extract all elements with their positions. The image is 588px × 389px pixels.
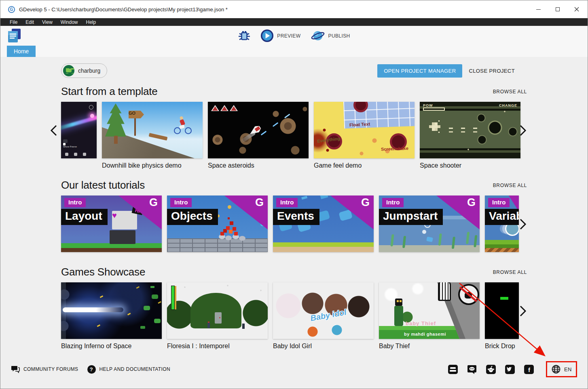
debugger-button[interactable] [238,29,251,42]
template-caption: Downhill bike physics demo [102,162,203,169]
publish-label: PUBLISH [328,33,350,39]
game-thumbnail: Baby idol [273,282,374,339]
youtube-icon[interactable] [448,365,458,374]
browse-all-showcase[interactable]: BROWSE ALL [493,269,527,275]
template-caption: Space asteroids [208,162,309,169]
user-profile-chip[interactable]: charburg [61,63,107,78]
tutorial-card-variables[interactable]: +1 Intro Variables [485,196,519,252]
template-card-space-shooter[interactable]: POW CHANGE Space shooter [420,102,520,169]
life-icon [230,105,238,111]
fish-art [426,237,433,242]
twitter-icon[interactable] [505,365,515,374]
section-title: Games Showcase [61,266,145,278]
chevron-right-icon[interactable] [518,218,528,230]
tab-home[interactable]: Home [7,46,36,57]
mini-button-art [63,139,68,143]
toolbar: PREVIEW PUBLISH [0,26,588,46]
section-title: Start from a template [61,85,158,98]
reddit-icon[interactable] [486,365,496,374]
game-thumbnail: baby Thief by mahdi ghasemi [379,282,480,339]
template-card-particle-demo[interactable]: Show Frame [61,102,97,169]
template-thumbnail: GO [102,102,203,158]
browse-all-tutorials[interactable]: BROWSE ALL [493,183,527,188]
template-thumbnail: POW CHANGE [420,102,520,158]
menu-edit[interactable]: Edit [21,18,38,26]
section-games-showcase: Games Showcase BROWSE ALL Blazing Infern… [61,266,527,350]
community-forums-link[interactable]: COMMUNITY FORUMS [11,365,78,373]
tutorial-card-events[interactable]: G Intro Events [273,196,374,252]
gdevelop-logo-icon: G [255,196,264,209]
section-templates: Start from a template BROWSE ALL Show Fr… [61,85,527,169]
svg-text:G: G [10,7,13,12]
chevron-right-icon[interactable] [518,305,528,317]
tutorial-title: Objects [167,209,218,225]
menu-help[interactable]: Help [82,18,100,26]
template-card-space-asteroids[interactable]: Space asteroids [208,102,309,169]
life-icon [211,105,219,111]
change-label: CHANGE [499,103,517,107]
info-icon [89,105,93,109]
template-thumbnail [208,102,309,158]
menu-window[interactable]: Window [57,18,82,26]
menu-view[interactable]: View [38,18,57,26]
intro-badge: Intro [170,198,192,207]
menu-file[interactable]: File [6,18,21,26]
gdevelop-logo-icon: G [8,6,15,13]
stones-art [219,234,225,239]
intro-badge: Intro [64,198,86,207]
game-caption: Blazing Inferno of Space [61,343,162,350]
cyclist-art [174,119,192,134]
shots-art [100,295,103,298]
pow-label: POW [423,103,445,107]
bullets-art [449,128,453,129]
tutorial-thumbnail: G Intro Jumpstart [379,196,480,252]
game-caption: Baby Idol Girl [273,343,374,350]
maximize-button[interactable] [548,0,567,18]
language-selector[interactable]: EN [551,364,572,374]
tutorial-card-objects[interactable]: G Intro Objects [167,196,268,252]
play-icon [260,29,274,42]
facebook-icon[interactable]: f [524,365,534,374]
template-thumbnail: Float Text Everything Screenshake [314,102,415,158]
showcase-card-baby-thief[interactable]: baby Thief by mahdi ghasemi Baby Thief [379,282,480,350]
browse-all-templates[interactable]: BROWSE ALL [493,89,527,95]
section-title: Our latest tutorials [61,179,145,191]
screenshake-label: Screenshake [381,146,408,151]
app-window: G GDevelop 5 - C:\Users\charburg\Documen… [0,0,588,389]
preview-button[interactable]: PREVIEW [260,29,300,42]
brick-wall-art [167,238,268,252]
gdevelop-logo-icon: G [361,196,370,209]
grass-art [61,243,162,252]
showcase-card-blazing-inferno[interactable]: Blazing Inferno of Space [61,282,162,350]
ramp-art [149,133,168,141]
help-documentation-label: HELP AND DOCUMENTATION [99,366,171,372]
showcase-card-floresia[interactable]: Floresia I : Intemporel [167,282,268,350]
template-card-downhill-bike[interactable]: GO Downhill bike physics demo [102,102,203,169]
characters-art [207,323,210,328]
open-project-manager-button[interactable]: OPEN PROJECT MANAGER [377,64,462,78]
intro-badge: Intro [488,198,510,207]
close-project-button[interactable]: CLOSE PROJECT [469,68,515,74]
publish-button[interactable]: PUBLISH [311,29,350,42]
minimize-button[interactable] [529,0,548,18]
maximize-icon [556,7,560,11]
tutorial-card-layout[interactable]: Hi G Intro Layout [61,196,162,252]
close-button[interactable] [567,0,586,18]
template-card-game-feel[interactable]: Float Text Everything Screenshake Game f… [314,102,415,169]
game-thumbnail [61,282,162,339]
discord-icon[interactable] [467,365,477,374]
go-sign: GO [129,111,144,118]
showcase-card-baby-idol[interactable]: Baby idol Baby Idol Girl [273,282,374,350]
help-documentation-link[interactable]: ? HELP AND DOCUMENTATION [87,365,171,374]
game-caption: Brick Drop [485,343,519,350]
tutorial-card-jumpstart[interactable]: G Intro Jumpstart [379,196,480,252]
chevron-right-icon[interactable] [518,124,528,137]
tutorial-thumbnail: +1 Intro Variables [485,196,519,252]
showcase-card-brick-drop[interactable]: Brick Drop [485,282,519,350]
title-bar: G GDevelop 5 - C:\Users\charburg\Documen… [0,0,588,18]
tutorial-title: Events [273,209,319,225]
game-thumbnail [485,282,519,339]
chevron-left-icon[interactable] [49,124,59,137]
game-overlay-subtitle: by mahdi ghasemi [404,332,446,336]
tab-bar: Home [0,46,588,57]
